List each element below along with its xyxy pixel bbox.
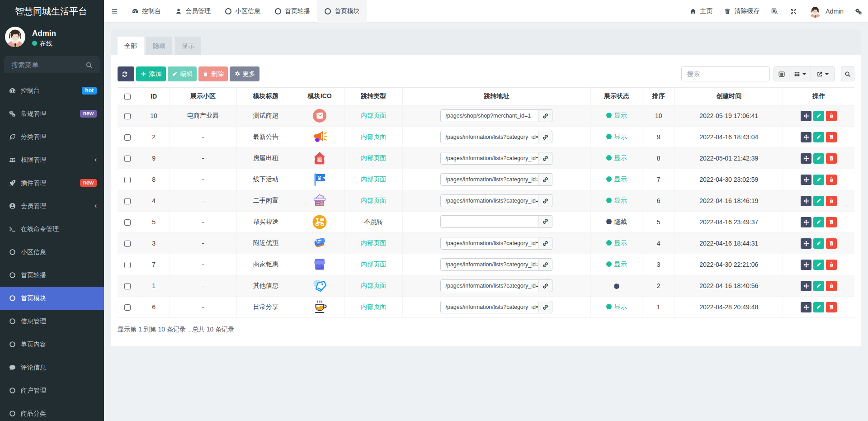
svg-text:租: 租 — [317, 157, 322, 162]
svg-text:¥: ¥ — [318, 175, 321, 181]
